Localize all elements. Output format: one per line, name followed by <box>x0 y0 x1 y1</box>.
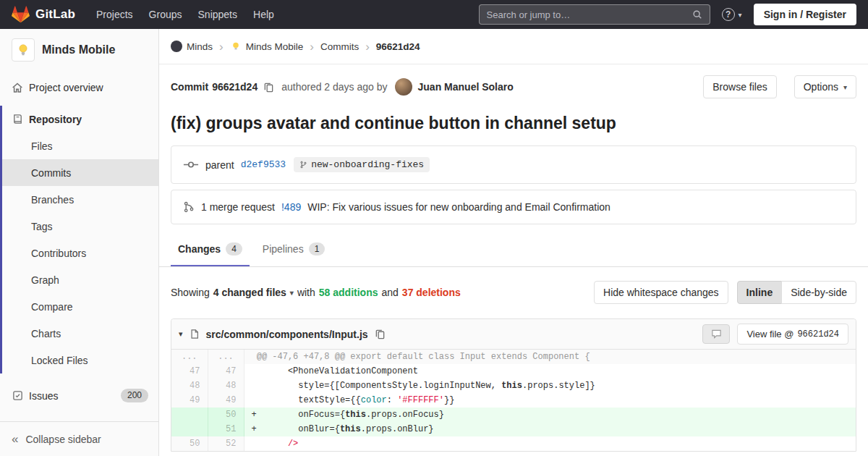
diff-marker: + <box>252 410 257 420</box>
hide-whitespace-label: Hide whitespace changes <box>603 287 719 298</box>
diff-marker <box>252 395 257 405</box>
copy-icon <box>375 329 386 339</box>
parent-sha-link[interactable]: d2ef9533 <box>241 159 286 170</box>
breadcrumb-label: Minds Mobile <box>246 41 304 52</box>
sidebar-item-charts[interactable]: Charts <box>2 320 158 347</box>
sidebar-item-project-overview[interactable]: Project overview <box>0 74 158 101</box>
commit-tabs: Changes 4 Pipelines 1 <box>159 233 868 267</box>
main-nav: Projects Groups Snippets Help <box>88 3 282 26</box>
chevron-right-icon: › <box>219 41 224 53</box>
diff-summary-row: Showing 4 changed files ▾ with 58 additi… <box>159 267 868 318</box>
sidebar-item-repository[interactable]: Repository <box>2 106 158 132</box>
project-mini-avatar <box>230 41 242 52</box>
side-by-side-view-button[interactable]: Side-by-side <box>781 281 856 304</box>
additions-count: 58 additions <box>319 287 378 298</box>
new-line-number[interactable]: 47 <box>208 364 244 379</box>
browse-files-button[interactable]: Browse files <box>703 75 776 98</box>
hide-whitespace-button[interactable]: Hide whitespace changes <box>594 281 728 304</box>
old-line-number[interactable]: 48 <box>171 379 208 393</box>
diff-row: 5052 /> <box>171 436 856 451</box>
old-line-number[interactable] <box>171 422 208 436</box>
new-line-number[interactable]: 48 <box>208 379 244 393</box>
breadcrumb: Minds › Minds Mobile › Commits › 96621d2… <box>159 29 868 64</box>
new-line-number[interactable]: 51 <box>208 422 244 436</box>
old-line-number[interactable] <box>171 408 208 422</box>
global-search[interactable] <box>479 4 710 25</box>
sidebar-item-label: Contributors <box>31 248 86 259</box>
sidebar-item-commits[interactable]: Commits <box>2 159 158 186</box>
sidebar-project-header[interactable]: Minds Mobile <box>0 29 158 71</box>
search-icon <box>692 9 702 20</box>
tab-changes[interactable]: Changes 4 <box>171 233 250 266</box>
sidebar-item-tags[interactable]: Tags <box>2 213 158 240</box>
sidebar-item-label: Repository <box>29 114 82 125</box>
changed-files-dropdown[interactable]: 4 changed files ▾ <box>213 287 294 298</box>
diff-file-path[interactable]: src/common/components/Input.js <box>206 329 368 340</box>
sidebar-item-label: Files <box>31 140 53 152</box>
nav-link-groups[interactable]: Groups <box>141 3 190 26</box>
commit-sha[interactable]: 96621d24 <box>212 81 258 93</box>
diff-file-panel: ▾ src/common/components/Input.js View fi… <box>171 318 856 452</box>
diff-marker <box>252 366 257 376</box>
commit-meta-row: Commit 96621d24 authored 2 days ago by J… <box>159 64 868 98</box>
collapse-diff-icon[interactable]: ▾ <box>179 329 183 339</box>
author-name-link[interactable]: Juan Manuel Solaro <box>418 81 514 93</box>
gitlab-tanuki-icon <box>12 6 30 23</box>
sidebar-nav: Project overview Repository Files Commit… <box>0 71 158 421</box>
author-avatar[interactable] <box>395 78 412 96</box>
new-line-number[interactable]: 49 <box>208 393 244 408</box>
collapse-sidebar-button[interactable]: « Collapse sidebar <box>0 421 158 456</box>
authored-text: authored 2 days ago by <box>281 81 387 93</box>
mr-ref-link[interactable]: !489 <box>281 201 301 213</box>
old-line-number[interactable]: 50 <box>171 436 208 451</box>
browse-files-label: Browse files <box>712 81 767 93</box>
options-dropdown-button[interactable]: Options ▾ <box>794 75 856 98</box>
search-input[interactable] <box>487 9 692 20</box>
breadcrumb-commits[interactable]: Commits <box>320 41 359 52</box>
old-line-number[interactable]: 49 <box>171 393 208 408</box>
code-line: /> <box>244 436 856 451</box>
top-navbar: GitLab Projects Groups Snippets Help ? ▾… <box>0 0 868 29</box>
gitlab-logo-link[interactable]: GitLab <box>12 6 75 23</box>
lightbulb-icon <box>16 43 30 57</box>
new-line-number[interactable]: 52 <box>208 436 244 451</box>
nav-link-snippets[interactable]: Snippets <box>190 3 245 26</box>
sidebar-item-label: Graph <box>31 274 59 286</box>
new-line-number[interactable]: 50 <box>208 408 244 422</box>
sidebar-item-branches[interactable]: Branches <box>2 186 158 213</box>
old-line-number[interactable]: 47 <box>171 364 208 379</box>
inline-view-button[interactable]: Inline <box>737 281 783 304</box>
nav-link-help[interactable]: Help <box>245 3 282 26</box>
toggle-comments-button[interactable] <box>702 324 730 344</box>
help-dropdown[interactable]: ? ▾ <box>722 8 742 21</box>
lightbulb-icon <box>231 41 241 51</box>
sidebar-item-locked-files[interactable]: Locked Files <box>2 347 158 373</box>
diff-row: 50+ onFocus={this.props.onFocus} <box>171 408 856 422</box>
copy-file-path-button[interactable] <box>375 329 386 339</box>
sidebar-item-files[interactable]: Files <box>2 132 158 159</box>
navbar-right: ? ▾ Sign in / Register <box>479 4 856 25</box>
breadcrumb-label: Minds <box>187 41 213 52</box>
sidebar-item-label: Compare <box>31 301 73 313</box>
options-label: Options <box>804 81 838 93</box>
breadcrumb-group[interactable]: Minds <box>171 41 213 52</box>
tab-pipelines[interactable]: Pipelines 1 <box>255 233 333 266</box>
sidebar-item-compare[interactable]: Compare <box>2 293 158 320</box>
view-file-button[interactable]: View file @ 96621d24 <box>737 324 848 345</box>
sidebar-item-label: Commits <box>31 167 71 179</box>
sidebar-item-label: Branches <box>31 194 74 206</box>
code-line: <PhoneValidationComponent <box>244 364 856 379</box>
collapse-sidebar-label: Collapse sidebar <box>25 434 101 445</box>
sidebar-item-contributors[interactable]: Contributors <box>2 240 158 266</box>
project-avatar <box>12 38 35 62</box>
sign-in-register-button[interactable]: Sign in / Register <box>754 4 856 25</box>
sidebar-item-issues[interactable]: Issues 200 <box>0 382 158 409</box>
code-line: @@ -47,6 +47,8 @@ export default class I… <box>244 350 856 364</box>
commit-actions: Browse files Options ▾ <box>703 75 856 98</box>
commit-icon <box>183 160 199 169</box>
nav-link-projects[interactable]: Projects <box>88 3 141 26</box>
copy-sha-button[interactable] <box>263 82 274 93</box>
branch-link[interactable]: new-onboarding-fixes <box>294 157 430 172</box>
sidebar-item-graph[interactable]: Graph <box>2 266 158 293</box>
breadcrumb-project[interactable]: Minds Mobile <box>230 41 304 52</box>
